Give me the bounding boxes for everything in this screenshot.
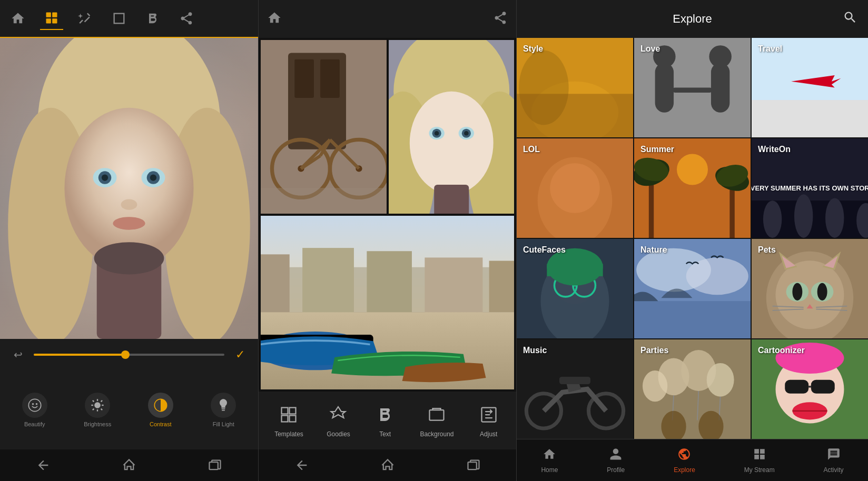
svg-rect-50 [261, 188, 387, 214]
collage-bottom-nav [259, 449, 516, 481]
svg-point-21 [28, 399, 41, 411]
svg-rect-78 [430, 410, 444, 420]
explore-cell-travel[interactable]: Travel [752, 38, 868, 137]
explore-cell-writeon[interactable]: WriteOn EVERY SUMMER HAS ITS OWN STORY [752, 138, 868, 238]
svg-rect-155 [785, 380, 808, 394]
text-tool[interactable]: Text [367, 399, 403, 442]
tool-beautify[interactable]: Beautify [4, 388, 65, 432]
editor-bottom-nav [0, 449, 258, 481]
collage-top-bar [259, 0, 516, 38]
mystream-nav-icon [753, 447, 766, 464]
collage-cell-2[interactable] [389, 40, 515, 214]
svg-rect-90 [673, 88, 713, 93]
svg-rect-84 [517, 94, 633, 137]
explore-cell-pets[interactable]: Pets [752, 239, 868, 338]
home-nav-label: Home [541, 466, 558, 474]
home-icon[interactable] [6, 7, 29, 30]
panel-editor: ↩ ✓ Beautify [0, 0, 258, 481]
editor-photo-area [0, 38, 258, 339]
crop-icon[interactable] [107, 7, 131, 30]
back-button[interactable] [31, 453, 56, 478]
home-button[interactable] [116, 453, 142, 478]
profile-nav-label: Profile [607, 466, 625, 474]
templates-tool[interactable]: Templates [268, 399, 310, 442]
undo-button[interactable]: ↩ [8, 345, 27, 364]
goodies-tool[interactable]: Goodies [320, 399, 357, 442]
collage-cell-3[interactable] [261, 216, 514, 389]
background-icon [425, 403, 448, 426]
nav-mystream[interactable]: My Stream [736, 443, 783, 478]
beautify-icon [22, 393, 47, 418]
slider-row: ↩ ✓ [0, 339, 258, 370]
svg-rect-41 [320, 59, 340, 98]
explore-cell-music[interactable]: Music [517, 339, 633, 439]
confirm-button[interactable]: ✓ [231, 345, 250, 364]
collage-home-button[interactable] [375, 453, 400, 478]
svg-point-18 [113, 217, 145, 230]
svg-line-30 [101, 409, 102, 410]
svg-rect-35 [222, 410, 225, 411]
tool-fill-light[interactable]: Fill Light [193, 388, 254, 432]
brightness-label: Brightness [84, 421, 111, 427]
explore-cell-cartoonizer[interactable]: Cartoonizer [752, 339, 868, 439]
svg-point-146 [643, 370, 667, 402]
travel-label: Travel [758, 44, 782, 54]
svg-point-145 [707, 363, 734, 397]
explore-cell-love[interactable]: Love [634, 38, 751, 137]
collage-home-icon[interactable] [267, 11, 282, 27]
love-label: Love [640, 44, 660, 54]
music-label: Music [523, 346, 547, 355]
nav-activity[interactable]: Activity [815, 443, 852, 478]
tools-icon[interactable] [40, 7, 63, 30]
svg-point-56 [409, 92, 493, 195]
explore-cell-nature[interactable]: Nature [634, 239, 751, 338]
nav-profile[interactable]: Profile [598, 443, 633, 478]
explore-grid: Style Love Travel [517, 38, 868, 439]
collage-recent-button[interactable] [461, 453, 486, 478]
recent-apps-button[interactable] [202, 453, 228, 478]
tool-brightness[interactable]: Brightness [67, 388, 129, 432]
templates-label: Templates [274, 430, 303, 438]
svg-point-89 [709, 45, 732, 68]
explore-cell-cutefaces[interactable]: CuteFaces [517, 239, 633, 338]
tool-contrast[interactable]: Contrast [130, 388, 191, 432]
svg-point-108 [825, 198, 844, 238]
svg-rect-66 [261, 254, 290, 318]
svg-point-106 [763, 201, 782, 238]
svg-point-13 [102, 174, 108, 181]
explore-cell-lol[interactable]: LOL [517, 138, 633, 238]
editor-controls: ↩ ✓ Beautify [0, 339, 258, 449]
background-tool[interactable]: Background [413, 399, 460, 442]
text-bold-icon[interactable] [141, 7, 164, 30]
tools-row: Beautify Brightness [0, 370, 258, 449]
svg-point-107 [794, 194, 813, 238]
explore-cell-summer[interactable]: Summer [634, 138, 751, 238]
magic-icon[interactable] [74, 7, 97, 30]
svg-point-95 [550, 163, 600, 213]
contrast-slider[interactable] [34, 354, 224, 356]
share-icon[interactable] [175, 7, 198, 30]
explore-cell-style[interactable]: Style [517, 38, 633, 137]
collage-share-icon[interactable] [493, 11, 508, 27]
activity-nav-label: Activity [824, 466, 844, 474]
search-icon[interactable] [843, 10, 857, 28]
collage-back-button[interactable] [289, 453, 314, 478]
writeon-label: WriteOn [758, 145, 791, 154]
adjust-tool[interactable]: Adjust [471, 399, 507, 442]
collage-cell-1[interactable] [261, 40, 387, 214]
nav-explore[interactable]: Explore [665, 443, 704, 478]
panel-explore: Explore Style [516, 0, 868, 481]
svg-point-124 [776, 260, 844, 329]
explore-cell-parties[interactable]: Parties [634, 339, 751, 439]
mystream-nav-label: My Stream [744, 466, 775, 474]
nav-home[interactable]: Home [532, 443, 566, 478]
collage-toolbar: Templates Goodies Text [259, 392, 516, 449]
svg-rect-92 [752, 100, 868, 137]
fill-light-icon [211, 393, 236, 418]
svg-rect-117 [547, 264, 603, 276]
svg-point-130 [792, 283, 802, 300]
activity-nav-icon [827, 447, 841, 464]
templates-icon [277, 403, 300, 426]
svg-point-62 [464, 131, 469, 136]
text-label: Text [379, 430, 391, 438]
